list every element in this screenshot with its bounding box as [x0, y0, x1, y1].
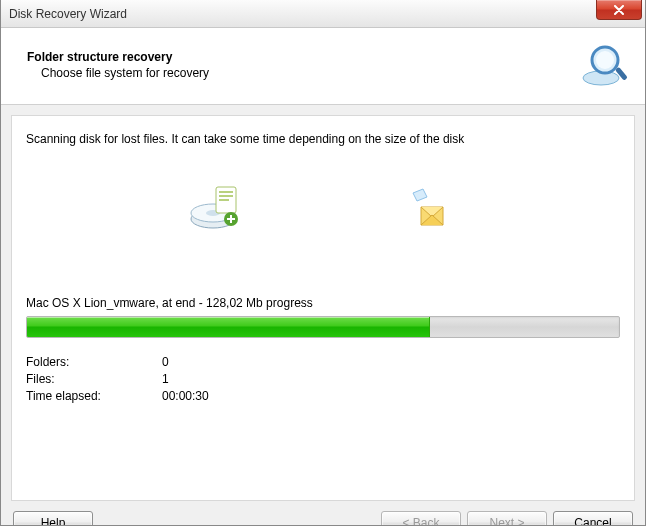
back-button: < Back: [381, 511, 461, 526]
svg-point-2: [596, 51, 614, 69]
progress-bar: [26, 316, 620, 338]
cancel-button[interactable]: Cancel: [553, 511, 633, 526]
progress-label: Mac OS X Lion_vmware, at end - 128,02 Mb…: [26, 296, 620, 310]
stat-row-elapsed: Time elapsed: 00:00:30: [26, 389, 209, 403]
illustration-row: [26, 176, 620, 240]
scanning-status-text: Scanning disk for lost files. It can tak…: [26, 132, 620, 146]
wizard-header-text: Folder structure recovery Choose file sy…: [27, 50, 209, 80]
svg-rect-10: [219, 199, 229, 201]
next-button: Next >: [467, 511, 547, 526]
button-bar: Help < Back Next > Cancel: [1, 511, 645, 526]
elapsed-value: 00:00:30: [162, 389, 209, 403]
wizard-subheading: Choose file system for recovery: [41, 66, 209, 80]
magnifier-disk-icon: [579, 40, 629, 90]
stats-table: Folders: 0 Files: 1 Time elapsed: 00:00:…: [26, 352, 209, 406]
window-title: Disk Recovery Wizard: [9, 7, 127, 21]
wizard-header: Folder structure recovery Choose file sy…: [1, 28, 645, 105]
folders-label: Folders:: [26, 355, 162, 369]
svg-rect-9: [219, 195, 233, 197]
close-button[interactable]: [596, 0, 642, 20]
help-button[interactable]: Help: [13, 511, 93, 526]
wizard-heading: Folder structure recovery: [27, 50, 209, 64]
disk-scan-icon: [187, 179, 243, 238]
title-bar: Disk Recovery Wizard: [1, 0, 645, 28]
files-label: Files:: [26, 372, 162, 386]
stat-row-files: Files: 1: [26, 372, 209, 386]
files-value: 1: [162, 372, 209, 386]
folders-value: 0: [162, 355, 209, 369]
folder-mail-icon: [403, 179, 459, 238]
close-icon: [613, 5, 625, 15]
wizard-content: Scanning disk for lost files. It can tak…: [11, 115, 635, 501]
svg-rect-8: [219, 191, 233, 193]
elapsed-label: Time elapsed:: [26, 389, 162, 403]
progress-fill: [27, 317, 430, 337]
stat-row-folders: Folders: 0: [26, 355, 209, 369]
